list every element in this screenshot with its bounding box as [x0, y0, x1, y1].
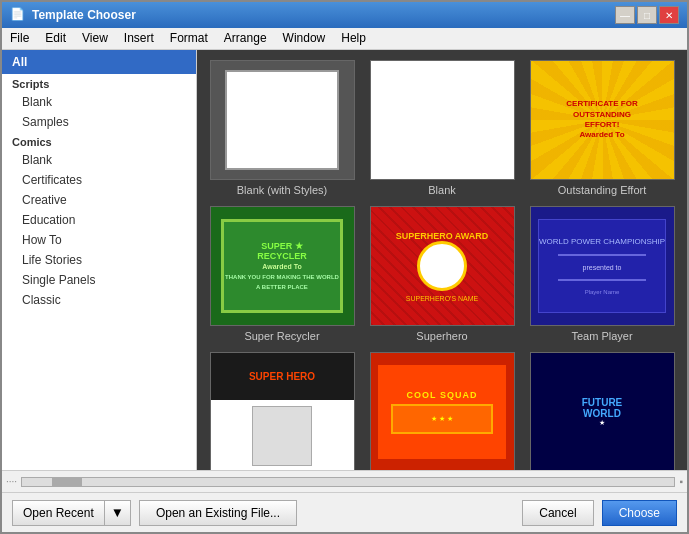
content-area: All Scripts Blank Samples Comics Blank C… — [2, 50, 687, 470]
template-thumb-recycler[interactable]: SUPER ★RECYCLERAwarded ToTHANK YOU FOR M… — [210, 206, 355, 326]
scroll-end: ▪ — [679, 476, 683, 487]
window-controls: — □ ✕ — [615, 6, 679, 24]
menu-bar: File Edit View Insert Format Arrange Win… — [2, 28, 687, 50]
choose-button[interactable]: Choose — [602, 500, 677, 526]
sidebar-item-comics-education[interactable]: Education — [2, 210, 196, 230]
thumb-preview — [371, 61, 514, 179]
template-label: Team Player — [571, 330, 632, 342]
template-thumb-coolsquad[interactable]: COOL SQUAD ★ ★ ★ — [370, 352, 515, 470]
minimize-button[interactable]: — — [615, 6, 635, 24]
sidebar-section-scripts: Scripts — [2, 74, 196, 92]
thumb-preview: SUPERHERO AWARD SUPERHERO'S NAME — [371, 207, 514, 325]
menu-arrange[interactable]: Arrange — [216, 28, 275, 49]
sidebar-item-comics-singlepanels[interactable]: Single Panels — [2, 270, 196, 290]
scrollbar-area: ···· ▪ — [2, 470, 687, 492]
template-label: Super Recycler — [244, 330, 319, 342]
sidebar-item-scripts-samples[interactable]: Samples — [2, 112, 196, 132]
open-recent-button-group: Open Recent ▼ — [12, 500, 131, 526]
sidebar-item-comics-lifestories[interactable]: Life Stories — [2, 250, 196, 270]
list-item: Blank — [367, 60, 517, 196]
thumb-preview: SUPER ★RECYCLERAwarded ToTHANK YOU FOR M… — [211, 207, 354, 325]
template-label: Superhero — [416, 330, 467, 342]
sidebar-item-comics-classic[interactable]: Classic — [2, 290, 196, 310]
sidebar-item-comics-creative[interactable]: Creative — [2, 190, 196, 210]
scroll-track[interactable] — [21, 477, 675, 487]
template-thumb-superhero[interactable]: SUPERHERO AWARD SUPERHERO'S NAME — [370, 206, 515, 326]
scroll-dots: ···· — [6, 476, 17, 487]
list-item: WORLD POWER CHAMPIONSHIP presented to Pl… — [527, 206, 677, 342]
sidebar-item-all[interactable]: All — [2, 50, 196, 74]
template-thumb-futureworld[interactable]: FUTUREWORLD ★ — [530, 352, 675, 470]
title-bar: 📄 Template Chooser — □ ✕ — [2, 2, 687, 28]
list-item: COOL SQUAD ★ ★ ★ Cool Squad — [367, 352, 517, 470]
template-thumb-outstanding[interactable]: CERTIFICATE FOROUTSTANDINGEFFORT!Awarded… — [530, 60, 675, 180]
thumb-preview: WORLD POWER CHAMPIONSHIP presented to Pl… — [531, 207, 674, 325]
template-label: Blank (with Styles) — [237, 184, 327, 196]
sidebar: All Scripts Blank Samples Comics Blank C… — [2, 50, 197, 470]
list-item: SUPERHERO AWARD SUPERHERO'S NAME Superhe… — [367, 206, 517, 342]
thumb-preview: SUPER HERO — [211, 353, 354, 470]
menu-insert[interactable]: Insert — [116, 28, 162, 49]
thumb-preview: FUTUREWORLD ★ — [531, 353, 674, 470]
menu-help[interactable]: Help — [333, 28, 374, 49]
open-existing-button[interactable]: Open an Existing File... — [139, 500, 297, 526]
template-thumb-blank[interactable] — [370, 60, 515, 180]
footer: Open Recent ▼ Open an Existing File... C… — [2, 492, 687, 532]
window-title: Template Chooser — [32, 8, 609, 22]
thumb-preview: COOL SQUAD ★ ★ ★ — [371, 353, 514, 470]
app-icon: 📄 — [10, 7, 26, 23]
menu-format[interactable]: Format — [162, 28, 216, 49]
maximize-button[interactable]: □ — [637, 6, 657, 24]
thumb-preview — [225, 70, 339, 170]
menu-window[interactable]: Window — [275, 28, 334, 49]
template-grid-area: Blank (with Styles) Blank CERTIFICATE FO… — [197, 50, 687, 470]
list-item: FUTUREWORLD ★ Future World — [527, 352, 677, 470]
thumb-preview: CERTIFICATE FOROUTSTANDINGEFFORT!Awarded… — [531, 61, 674, 179]
template-label: Blank — [428, 184, 456, 196]
menu-edit[interactable]: Edit — [37, 28, 74, 49]
template-thumb-team[interactable]: WORLD POWER CHAMPIONSHIP presented to Pl… — [530, 206, 675, 326]
list-item: CERTIFICATE FOROUTSTANDINGEFFORT!Awarded… — [527, 60, 677, 196]
close-button[interactable]: ✕ — [659, 6, 679, 24]
template-thumb-blank-styles[interactable] — [210, 60, 355, 180]
sidebar-section-comics: Comics — [2, 132, 196, 150]
sidebar-item-scripts-blank[interactable]: Blank — [2, 92, 196, 112]
template-chooser-window: 📄 Template Chooser — □ ✕ File Edit View … — [0, 0, 689, 534]
list-item: Blank (with Styles) — [207, 60, 357, 196]
template-thumb-superhero2[interactable]: SUPER HERO — [210, 352, 355, 470]
list-item: SUPER ★RECYCLERAwarded ToTHANK YOU FOR M… — [207, 206, 357, 342]
scroll-thumb[interactable] — [52, 478, 82, 486]
sidebar-item-comics-blank[interactable]: Blank — [2, 150, 196, 170]
template-label: Outstanding Effort — [558, 184, 646, 196]
menu-file[interactable]: File — [2, 28, 37, 49]
cancel-button[interactable]: Cancel — [522, 500, 593, 526]
list-item: SUPER HERO Super Hero — [207, 352, 357, 470]
sidebar-item-comics-certificates[interactable]: Certificates — [2, 170, 196, 190]
sidebar-item-comics-howto[interactable]: How To — [2, 230, 196, 250]
open-recent-dropdown-button[interactable]: ▼ — [104, 500, 131, 526]
template-grid: Blank (with Styles) Blank CERTIFICATE FO… — [207, 60, 677, 470]
menu-view[interactable]: View — [74, 28, 116, 49]
open-recent-button[interactable]: Open Recent — [12, 500, 104, 526]
